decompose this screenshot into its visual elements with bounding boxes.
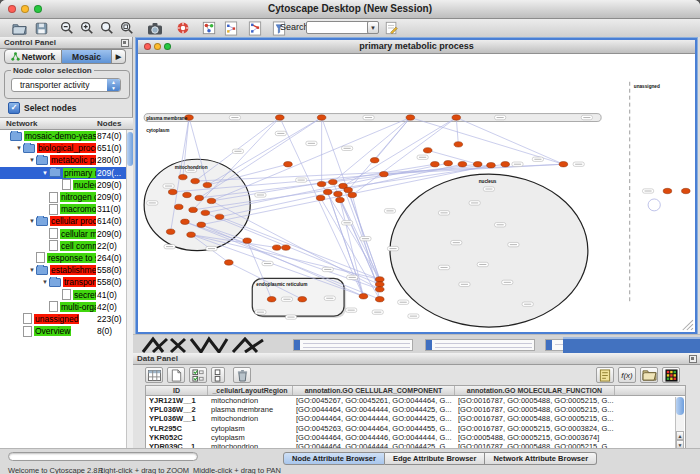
float-panel-icon[interactable]: [121, 39, 129, 47]
column-header-0[interactable]: ID: [146, 386, 208, 395]
network-node[interactable]: [276, 115, 285, 120]
tree-column-network[interactable]: Network: [6, 119, 38, 128]
new-attribute-icon[interactable]: [167, 367, 185, 383]
tree-row-multi-organism-pro[interactable]: multi-organism pro42(0): [0, 301, 126, 313]
network-node[interactable]: [316, 195, 325, 200]
network-node[interactable]: [317, 115, 326, 120]
tree-row-transport[interactable]: ▼transport558(0): [0, 276, 126, 288]
import-attributes-icon[interactable]: [640, 367, 658, 383]
minimize-window-icon[interactable]: [21, 5, 29, 13]
network-node[interactable]: [272, 245, 281, 250]
network-node[interactable]: [380, 171, 389, 176]
unselect-attributes-icon[interactable]: [211, 367, 225, 383]
network-node[interactable]: [375, 287, 384, 292]
network-node[interactable]: [473, 162, 482, 167]
zoom-view-icon[interactable]: [164, 43, 171, 50]
network-node[interactable]: [329, 179, 338, 184]
network-node[interactable]: [191, 178, 200, 183]
background-window-fragment[interactable]: [293, 339, 413, 351]
tab-mosaic[interactable]: Mosaic: [62, 49, 112, 64]
expander-icon[interactable]: ▼: [28, 218, 36, 224]
table-row-YJR121W__1[interactable]: YJR121W__1mitochondrion[GO:0045267, GO:0…: [146, 396, 685, 405]
network-node[interactable]: [298, 297, 307, 302]
expander-icon[interactable]: ▼: [28, 157, 36, 163]
network-node[interactable]: [201, 210, 210, 215]
new-network-from-selected-nodes-icon[interactable]: [222, 20, 240, 36]
snapshot-camera-icon[interactable]: [146, 20, 164, 36]
network-node[interactable]: [454, 142, 463, 147]
network-node[interactable]: [370, 158, 379, 163]
tree-scrollbar[interactable]: [126, 130, 133, 448]
scroll-up-icon[interactable]: ▲: [676, 431, 684, 440]
float-panel-icon[interactable]: [689, 355, 697, 363]
zoom-window-icon[interactable]: [34, 5, 42, 13]
tab-network[interactable]: Network: [4, 49, 62, 64]
expander-icon[interactable]: ▼: [41, 279, 49, 285]
column-header-1[interactable]: _cellularLayoutRegion: [208, 386, 293, 395]
network-node[interactable]: [458, 162, 467, 167]
delete-attribute-icon[interactable]: [233, 367, 251, 383]
network-node[interactable]: [175, 204, 184, 209]
table-row-YLR295C[interactable]: YLR295Ccytoplasm[GO:0045263, GO:0044464,…: [146, 424, 685, 433]
network-node[interactable]: [243, 238, 252, 243]
tree-row-nucleobase-[interactable]: nucleobase-209(0): [0, 179, 126, 191]
network-node[interactable]: [203, 182, 212, 187]
table-scrollbar[interactable]: ▲ ▼: [675, 397, 684, 449]
expander-icon[interactable]: ▼: [28, 267, 36, 273]
close-view-icon[interactable]: [144, 43, 151, 50]
network-node[interactable]: [487, 163, 496, 168]
network-node[interactable]: [179, 174, 188, 179]
network-node[interactable]: [501, 162, 510, 167]
tree-row-overview[interactable]: Overview8(0): [0, 325, 126, 337]
tree-row-cellular-process[interactable]: ▼cellular process614(0): [0, 215, 126, 227]
new-network-from-selected-edges-icon[interactable]: [246, 20, 264, 36]
network-node[interactable]: [559, 162, 568, 167]
network-node[interactable]: [195, 195, 204, 200]
network-node[interactable]: [375, 282, 384, 287]
help-lifesaver-icon[interactable]: [174, 20, 192, 36]
expander-icon[interactable]: ▼: [41, 170, 49, 176]
network-node[interactable]: [207, 198, 216, 203]
column-header-3[interactable]: annotation.GO MOLECULAR_FUNCTION: [455, 386, 615, 395]
network-node[interactable]: [168, 189, 177, 194]
network-node[interactable]: [183, 192, 192, 197]
network-node[interactable]: [344, 187, 353, 192]
attribute-table-icon[interactable]: [145, 367, 163, 383]
network-node[interactable]: [197, 222, 206, 227]
network-node[interactable]: [282, 245, 291, 250]
resize-grip-icon[interactable]: [683, 320, 693, 330]
tab-node-attribute-browser[interactable]: Node Attribute Browser: [283, 452, 385, 465]
search-dropdown-icon[interactable]: ▼: [367, 21, 379, 34]
tree-row-cell-communicat[interactable]: cell communicat22(0): [0, 240, 126, 252]
expander-icon[interactable]: ▼: [15, 145, 23, 151]
tree-row-macromolecule[interactable]: macromolecule311(0): [0, 203, 126, 215]
table-row-YPL036W__2[interactable]: YPL036W__2plasma membrane[GO:0044464, GO…: [146, 405, 685, 414]
background-window-fragment[interactable]: [425, 339, 535, 351]
vizmapper-icon[interactable]: [200, 20, 218, 36]
network-node[interactable]: [406, 115, 415, 120]
select-attributes-icon[interactable]: [189, 367, 207, 383]
network-node[interactable]: [187, 232, 196, 237]
zoom-in-icon[interactable]: [78, 20, 96, 36]
tree-row-unassigned[interactable]: unassigned223(0): [0, 313, 126, 325]
heatmap-icon[interactable]: [662, 367, 680, 383]
network-node[interactable]: [215, 214, 224, 219]
annotation-notes-icon[interactable]: [596, 367, 614, 383]
tree-row-secretion[interactable]: secretion41(0): [0, 288, 126, 300]
save-icon[interactable]: [32, 20, 50, 36]
network-node[interactable]: [225, 260, 234, 265]
tree-row-primary-metabo[interactable]: ▼primary metabo209(...: [0, 167, 126, 179]
tree-column-nodes[interactable]: Nodes: [97, 119, 121, 128]
network-node[interactable]: [166, 229, 175, 234]
zoom-selected-region-icon[interactable]: [118, 20, 136, 36]
function-builder-icon[interactable]: f(x): [618, 367, 636, 383]
network-node[interactable]: [375, 297, 384, 302]
network-node[interactable]: [334, 191, 343, 196]
network-node[interactable]: [267, 297, 276, 302]
network-canvas[interactable]: plasma membrane cytoplasm mitochondrion …: [138, 54, 695, 332]
network-node[interactable]: [181, 219, 190, 224]
network-node[interactable]: [359, 294, 368, 299]
tree-row-establishment-of-lo[interactable]: ▼establishment of lo558(0): [0, 264, 126, 276]
node-color-dropdown[interactable]: transporter activity ▲▼: [11, 78, 121, 92]
network-node[interactable]: [284, 162, 293, 167]
